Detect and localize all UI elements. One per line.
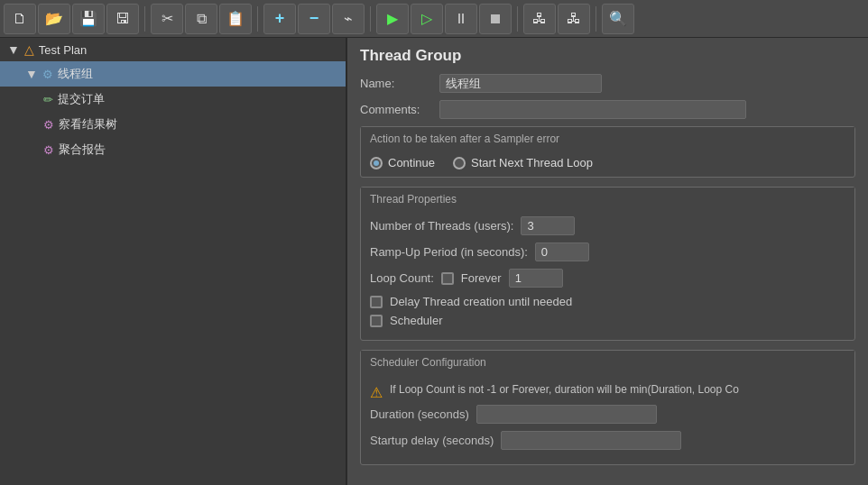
scheduler-config-section: Scheduler Configuration ⚠ If Loop Count … xyxy=(360,350,855,465)
thread-group-icon: ⚙ xyxy=(42,68,53,81)
loop-count-input[interactable] xyxy=(509,269,563,288)
sep5 xyxy=(596,6,596,32)
left-panel: ▼ △ Test Plan ▼ ⚙ 线程组 ✏ 提交订单 ⚙ 察看结果树 ⚙ 聚… xyxy=(0,38,347,485)
tree-view-label: 察看结果树 xyxy=(59,116,117,133)
add-button[interactable]: + xyxy=(263,4,296,34)
delay-thread-label: Delay Thread creation until needed xyxy=(390,295,572,308)
radio-start-next-thread[interactable]: Start Next Thread Loop xyxy=(453,156,593,169)
tree-item-thread-group[interactable]: ▼ ⚙ 线程组 xyxy=(0,61,346,87)
tree-item-view-results[interactable]: ⚙ 察看结果树 xyxy=(0,112,346,137)
sampler-error-title: Action to be taken after a Sampler error xyxy=(361,127,854,149)
delay-thread-row: Delay Thread creation until needed xyxy=(370,295,845,308)
triangle-icon2: ▼ xyxy=(25,67,38,81)
startup-delay-label: Startup delay (seconds) xyxy=(370,434,494,447)
tree-agg-label: 聚合报告 xyxy=(59,142,106,158)
panel-title: Thread Group xyxy=(360,47,855,65)
toolbar: 🗋 📂 💾 🖫 ✂ ⧉ 📋 + − ⌁ ▶ ▷ ⏸ ⏹ 🖧 🖧 🔍 xyxy=(0,0,868,38)
startup-delay-input[interactable] xyxy=(501,431,681,450)
forever-checkbox[interactable] xyxy=(441,272,454,285)
run-no-pause-button[interactable]: ▷ xyxy=(411,4,443,34)
tree-item-aggregate[interactable]: ⚙ 聚合报告 xyxy=(0,137,346,162)
comments-label: Comments: xyxy=(360,103,432,116)
tree-item-submit[interactable]: ✏ 提交订单 xyxy=(0,87,346,112)
num-threads-input[interactable] xyxy=(521,216,575,235)
right-panel: Thread Group Name: Comments: Action to b… xyxy=(347,38,868,485)
scheduler-label: Scheduler xyxy=(390,314,443,327)
forever-label: Forever xyxy=(461,271,502,285)
thread-props-title: Thread Properties xyxy=(361,188,854,209)
scheduler-config-title: Scheduler Configuration xyxy=(361,351,854,372)
sampler-error-section: Action to be taken after a Sampler error… xyxy=(360,126,855,178)
clear-button[interactable]: ⌁ xyxy=(332,4,365,34)
ramp-up-row: Ramp-Up Period (in seconds): xyxy=(370,242,845,261)
num-threads-label: Number of Threads (users): xyxy=(370,219,513,233)
triangle-icon: ▼ xyxy=(7,42,20,57)
radio-group: Continue Start Next Thread Loop xyxy=(361,149,854,177)
main-layout: ▼ △ Test Plan ▼ ⚙ 线程组 ✏ 提交订单 ⚙ 察看结果树 ⚙ 聚… xyxy=(0,38,868,485)
run-button[interactable]: ▶ xyxy=(376,4,409,34)
warning-row: ⚠ If Loop Count is not -1 or Forever, du… xyxy=(370,380,845,405)
tree-submit-label: 提交订单 xyxy=(58,91,105,107)
comments-row: Comments: xyxy=(360,100,855,119)
save-button[interactable]: 💾 xyxy=(72,4,105,34)
name-label: Name: xyxy=(360,77,432,90)
view-icon: ⚙ xyxy=(43,118,54,132)
warning-text: If Loop Count is not -1 or Forever, dura… xyxy=(390,383,739,396)
agg-icon: ⚙ xyxy=(43,143,54,157)
warning-icon: ⚠ xyxy=(370,384,383,401)
radio-continue-circle[interactable] xyxy=(370,157,383,169)
new-file-button[interactable]: 🗋 xyxy=(4,4,36,34)
test-help-button[interactable]: 🔍 xyxy=(602,4,634,34)
radio-next-thread-circle[interactable] xyxy=(453,157,466,169)
loop-count-row: Loop Count: Forever xyxy=(370,269,845,288)
tree-root-testplan[interactable]: ▼ △ Test Plan xyxy=(0,38,346,61)
ramp-up-input[interactable] xyxy=(535,242,589,261)
tree-root-label: Test Plan xyxy=(39,43,87,57)
ramp-up-label: Ramp-Up Period (in seconds): xyxy=(370,245,528,259)
cut-button[interactable]: ✂ xyxy=(151,4,183,34)
remote-stop-button[interactable]: 🖧 xyxy=(558,4,590,34)
name-input[interactable] xyxy=(439,74,602,93)
plan-icon: △ xyxy=(24,42,34,57)
sep1 xyxy=(144,6,145,32)
thread-properties-section: Thread Properties Number of Threads (use… xyxy=(360,187,855,341)
loop-count-label: Loop Count: xyxy=(370,271,434,285)
duration-label: Duration (seconds) xyxy=(370,407,469,421)
sep3 xyxy=(370,6,371,32)
scheduler-row: Scheduler xyxy=(370,314,845,327)
duration-row: Duration (seconds) xyxy=(370,405,845,424)
num-threads-row: Number of Threads (users): xyxy=(370,216,845,235)
delay-thread-checkbox[interactable] xyxy=(370,296,383,308)
startup-delay-row: Startup delay (seconds) xyxy=(370,431,845,450)
copy-button[interactable]: ⧉ xyxy=(185,4,217,34)
shutdown-button[interactable]: ⏹ xyxy=(479,4,512,34)
comments-input[interactable] xyxy=(439,100,746,119)
remote-start-button[interactable]: 🖧 xyxy=(523,4,556,34)
scheduler-config-content: ⚠ If Loop Count is not -1 or Forever, du… xyxy=(361,372,854,464)
remove-button[interactable]: − xyxy=(298,4,330,34)
submit-icon: ✏ xyxy=(43,93,53,106)
tree-thread-group-label: 线程组 xyxy=(58,66,93,82)
save-as-button[interactable]: 🖫 xyxy=(106,4,139,34)
sep2 xyxy=(257,6,258,32)
open-button[interactable]: 📂 xyxy=(38,4,70,34)
name-row: Name: xyxy=(360,74,855,93)
paste-button[interactable]: 📋 xyxy=(219,4,252,34)
thread-props-content: Number of Threads (users): Ramp-Up Perio… xyxy=(361,209,854,340)
duration-input[interactable] xyxy=(476,405,657,424)
scheduler-checkbox[interactable] xyxy=(370,315,383,327)
stop-button[interactable]: ⏸ xyxy=(445,4,477,34)
radio-continue[interactable]: Continue xyxy=(370,156,435,169)
sep4 xyxy=(517,6,518,32)
radio-continue-label: Continue xyxy=(388,156,435,169)
radio-next-thread-label: Start Next Thread Loop xyxy=(471,156,593,169)
